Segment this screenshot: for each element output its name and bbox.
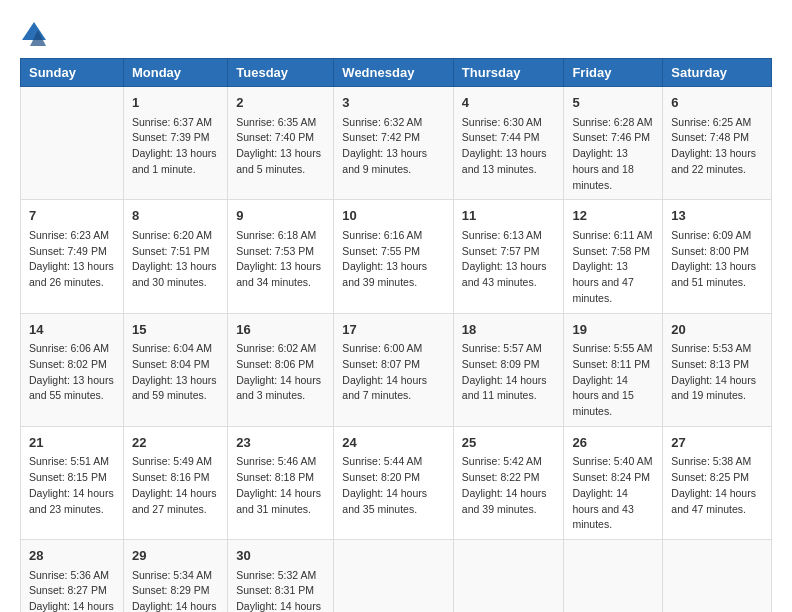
header-thursday: Thursday (453, 59, 564, 87)
calendar-table: SundayMondayTuesdayWednesdayThursdayFrid… (20, 58, 772, 612)
day-info: Sunrise: 6:37 AMSunset: 7:39 PMDaylight:… (132, 115, 219, 178)
day-number: 27 (671, 433, 763, 453)
week-row-1: 1Sunrise: 6:37 AMSunset: 7:39 PMDaylight… (21, 87, 772, 200)
day-cell: 23Sunrise: 5:46 AMSunset: 8:18 PMDayligh… (228, 426, 334, 539)
calendar-header-row: SundayMondayTuesdayWednesdayThursdayFrid… (21, 59, 772, 87)
day-number: 30 (236, 546, 325, 566)
day-info: Sunrise: 6:30 AMSunset: 7:44 PMDaylight:… (462, 115, 556, 178)
day-info: Sunrise: 6:00 AMSunset: 8:07 PMDaylight:… (342, 341, 445, 404)
day-cell: 24Sunrise: 5:44 AMSunset: 8:20 PMDayligh… (334, 426, 454, 539)
day-info: Sunrise: 5:32 AMSunset: 8:31 PMDaylight:… (236, 568, 325, 613)
page-header (20, 20, 772, 48)
day-number: 1 (132, 93, 219, 113)
header-tuesday: Tuesday (228, 59, 334, 87)
svg-marker-0 (22, 22, 46, 40)
header-wednesday: Wednesday (334, 59, 454, 87)
day-info: Sunrise: 6:02 AMSunset: 8:06 PMDaylight:… (236, 341, 325, 404)
day-number: 3 (342, 93, 445, 113)
day-info: Sunrise: 5:38 AMSunset: 8:25 PMDaylight:… (671, 454, 763, 517)
day-number: 4 (462, 93, 556, 113)
day-cell: 15Sunrise: 6:04 AMSunset: 8:04 PMDayligh… (123, 313, 227, 426)
day-cell: 5Sunrise: 6:28 AMSunset: 7:46 PMDaylight… (564, 87, 663, 200)
day-info: Sunrise: 5:40 AMSunset: 8:24 PMDaylight:… (572, 454, 654, 533)
day-cell: 12Sunrise: 6:11 AMSunset: 7:58 PMDayligh… (564, 200, 663, 313)
header-monday: Monday (123, 59, 227, 87)
day-info: Sunrise: 5:42 AMSunset: 8:22 PMDaylight:… (462, 454, 556, 517)
week-row-2: 7Sunrise: 6:23 AMSunset: 7:49 PMDaylight… (21, 200, 772, 313)
day-cell (334, 540, 454, 613)
day-info: Sunrise: 6:06 AMSunset: 8:02 PMDaylight:… (29, 341, 115, 404)
day-cell: 9Sunrise: 6:18 AMSunset: 7:53 PMDaylight… (228, 200, 334, 313)
day-cell: 7Sunrise: 6:23 AMSunset: 7:49 PMDaylight… (21, 200, 124, 313)
day-number: 14 (29, 320, 115, 340)
day-number: 11 (462, 206, 556, 226)
day-cell (663, 540, 772, 613)
day-number: 28 (29, 546, 115, 566)
week-row-4: 21Sunrise: 5:51 AMSunset: 8:15 PMDayligh… (21, 426, 772, 539)
day-info: Sunrise: 6:23 AMSunset: 7:49 PMDaylight:… (29, 228, 115, 291)
day-info: Sunrise: 6:11 AMSunset: 7:58 PMDaylight:… (572, 228, 654, 307)
header-sunday: Sunday (21, 59, 124, 87)
day-number: 22 (132, 433, 219, 453)
day-number: 12 (572, 206, 654, 226)
day-cell: 3Sunrise: 6:32 AMSunset: 7:42 PMDaylight… (334, 87, 454, 200)
day-cell: 25Sunrise: 5:42 AMSunset: 8:22 PMDayligh… (453, 426, 564, 539)
day-cell: 16Sunrise: 6:02 AMSunset: 8:06 PMDayligh… (228, 313, 334, 426)
day-cell: 4Sunrise: 6:30 AMSunset: 7:44 PMDaylight… (453, 87, 564, 200)
day-number: 9 (236, 206, 325, 226)
day-number: 24 (342, 433, 445, 453)
day-number: 21 (29, 433, 115, 453)
logo (20, 20, 52, 48)
day-info: Sunrise: 6:16 AMSunset: 7:55 PMDaylight:… (342, 228, 445, 291)
day-cell: 1Sunrise: 6:37 AMSunset: 7:39 PMDaylight… (123, 87, 227, 200)
day-info: Sunrise: 6:13 AMSunset: 7:57 PMDaylight:… (462, 228, 556, 291)
day-info: Sunrise: 5:34 AMSunset: 8:29 PMDaylight:… (132, 568, 219, 613)
day-cell: 22Sunrise: 5:49 AMSunset: 8:16 PMDayligh… (123, 426, 227, 539)
day-info: Sunrise: 5:49 AMSunset: 8:16 PMDaylight:… (132, 454, 219, 517)
day-info: Sunrise: 5:55 AMSunset: 8:11 PMDaylight:… (572, 341, 654, 420)
day-number: 17 (342, 320, 445, 340)
day-cell (453, 540, 564, 613)
day-number: 2 (236, 93, 325, 113)
day-cell: 8Sunrise: 6:20 AMSunset: 7:51 PMDaylight… (123, 200, 227, 313)
day-info: Sunrise: 6:20 AMSunset: 7:51 PMDaylight:… (132, 228, 219, 291)
day-cell: 19Sunrise: 5:55 AMSunset: 8:11 PMDayligh… (564, 313, 663, 426)
day-cell: 26Sunrise: 5:40 AMSunset: 8:24 PMDayligh… (564, 426, 663, 539)
day-number: 23 (236, 433, 325, 453)
week-row-3: 14Sunrise: 6:06 AMSunset: 8:02 PMDayligh… (21, 313, 772, 426)
day-number: 18 (462, 320, 556, 340)
day-cell (21, 87, 124, 200)
day-cell: 17Sunrise: 6:00 AMSunset: 8:07 PMDayligh… (334, 313, 454, 426)
day-cell: 11Sunrise: 6:13 AMSunset: 7:57 PMDayligh… (453, 200, 564, 313)
day-cell: 29Sunrise: 5:34 AMSunset: 8:29 PMDayligh… (123, 540, 227, 613)
day-info: Sunrise: 6:18 AMSunset: 7:53 PMDaylight:… (236, 228, 325, 291)
day-info: Sunrise: 6:35 AMSunset: 7:40 PMDaylight:… (236, 115, 325, 178)
day-number: 5 (572, 93, 654, 113)
day-cell: 2Sunrise: 6:35 AMSunset: 7:40 PMDaylight… (228, 87, 334, 200)
header-saturday: Saturday (663, 59, 772, 87)
day-number: 20 (671, 320, 763, 340)
day-number: 10 (342, 206, 445, 226)
week-row-5: 28Sunrise: 5:36 AMSunset: 8:27 PMDayligh… (21, 540, 772, 613)
day-info: Sunrise: 5:57 AMSunset: 8:09 PMDaylight:… (462, 341, 556, 404)
day-info: Sunrise: 6:25 AMSunset: 7:48 PMDaylight:… (671, 115, 763, 178)
day-cell: 20Sunrise: 5:53 AMSunset: 8:13 PMDayligh… (663, 313, 772, 426)
day-info: Sunrise: 5:46 AMSunset: 8:18 PMDaylight:… (236, 454, 325, 517)
day-number: 16 (236, 320, 325, 340)
day-info: Sunrise: 6:09 AMSunset: 8:00 PMDaylight:… (671, 228, 763, 291)
day-cell: 10Sunrise: 6:16 AMSunset: 7:55 PMDayligh… (334, 200, 454, 313)
day-cell: 18Sunrise: 5:57 AMSunset: 8:09 PMDayligh… (453, 313, 564, 426)
day-number: 13 (671, 206, 763, 226)
day-number: 7 (29, 206, 115, 226)
logo-icon (20, 20, 48, 48)
day-number: 25 (462, 433, 556, 453)
day-cell: 30Sunrise: 5:32 AMSunset: 8:31 PMDayligh… (228, 540, 334, 613)
day-number: 8 (132, 206, 219, 226)
day-cell: 14Sunrise: 6:06 AMSunset: 8:02 PMDayligh… (21, 313, 124, 426)
day-info: Sunrise: 5:36 AMSunset: 8:27 PMDaylight:… (29, 568, 115, 613)
day-number: 15 (132, 320, 219, 340)
header-friday: Friday (564, 59, 663, 87)
day-cell: 6Sunrise: 6:25 AMSunset: 7:48 PMDaylight… (663, 87, 772, 200)
day-info: Sunrise: 6:28 AMSunset: 7:46 PMDaylight:… (572, 115, 654, 194)
day-number: 19 (572, 320, 654, 340)
